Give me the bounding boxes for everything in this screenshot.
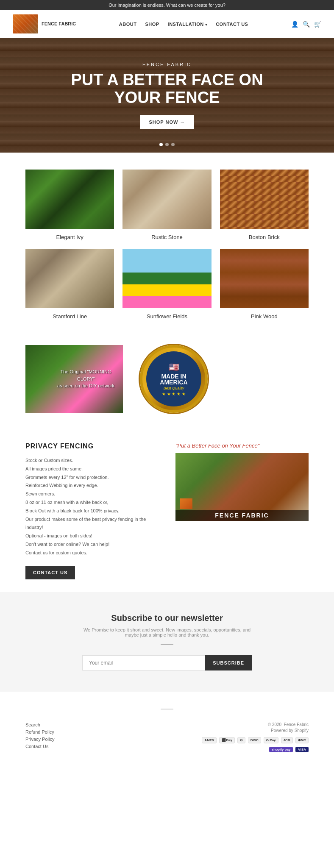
product-name-elegant-ivy: Elegant Ivy xyxy=(25,234,114,240)
nav-installation[interactable]: INSTALLATION xyxy=(168,22,208,27)
product-image-pink-wood xyxy=(220,249,309,308)
product-name-rustic-stone: Rustic Stone xyxy=(122,234,211,240)
morning-glory-image: The Original "MORNING GLORY" as seen on … xyxy=(25,345,123,413)
product-pink-wood[interactable]: Pink Wood xyxy=(220,249,309,320)
subscribe-button[interactable]: SUBSCRIBE xyxy=(205,655,252,670)
product-image-boston-brick xyxy=(220,170,309,229)
privacy-title: PRIVACY FENCING xyxy=(25,442,159,450)
fence-fabric-image: FENCE FABRIC xyxy=(175,453,309,521)
privacy-features: Stock or Custom sizes. All images priced… xyxy=(25,456,159,557)
fence-fabric-brand-label: FENCE FABRIC xyxy=(175,510,309,521)
hero-dot-2[interactable] xyxy=(165,143,169,146)
payment-amex: AMEX xyxy=(202,737,217,743)
privacy-feature-9: Optional - images on both sides! xyxy=(25,532,159,540)
logo-area: FENCE FABRIC xyxy=(13,14,76,33)
newsletter-subtitle: We Promise to keep it short and sweet. N… xyxy=(82,627,252,637)
logo-text: FENCE FABRIC xyxy=(42,21,76,27)
newsletter-section: Subscribe to our newsletter We Promise t… xyxy=(0,592,334,692)
footer: Search Refund Policy Privacy Policy Cont… xyxy=(0,692,334,764)
mia-quality: Best Quality xyxy=(164,386,184,390)
footer-content: Search Refund Policy Privacy Policy Cont… xyxy=(25,722,309,756)
privacy-left: PRIVACY FENCING Stock or Custom sizes. A… xyxy=(25,442,159,579)
morning-glory-line2: GLORY" xyxy=(57,376,114,383)
privacy-section: PRIVACY FENCING Stock or Custom sizes. A… xyxy=(0,430,334,592)
footer-link-privacy[interactable]: Privacy Policy xyxy=(25,737,54,742)
privacy-feature-2: All images priced the same. xyxy=(25,465,159,473)
product-boston-brick[interactable]: Boston Brick xyxy=(220,170,309,240)
footer-copyright: © 2020, Fence Fabric xyxy=(202,722,309,727)
nav-about[interactable]: ABOUT xyxy=(119,22,137,27)
footer-divider xyxy=(161,709,173,709)
product-name-sunflower-fields: Sunflower Fields xyxy=(122,313,211,320)
nav-contact[interactable]: CONTACT US xyxy=(216,22,248,27)
logo-image xyxy=(13,14,38,33)
user-icon[interactable]: 👤 xyxy=(291,21,298,28)
footer-powered: Powered by Shopify xyxy=(202,728,309,733)
privacy-feature-11: Contact us for custom quotes. xyxy=(25,549,159,557)
hero-title: PUT A BETTER FACE ON YOUR FENCE xyxy=(61,71,273,107)
payment-icons: AMEX ⬛Pay ⊙ DISC G Pay JCB ⊕MC xyxy=(202,737,309,743)
main-nav: ABOUT SHOP INSTALLATION CONTACT US xyxy=(119,22,248,27)
product-image-sunflower-fields xyxy=(122,249,211,308)
payment-discover: DISC xyxy=(248,737,261,743)
product-image-rustic-stone xyxy=(122,170,211,229)
footer-link-contact[interactable]: Contact Us xyxy=(25,744,54,749)
footer-right: © 2020, Fence Fabric Powered by Shopify … xyxy=(202,722,309,756)
morning-glory-line1: The Original "MORNING xyxy=(57,368,114,376)
newsletter-title: Subscribe to our newsletter xyxy=(25,613,309,623)
morning-glory-line3: as seen on the DIY network xyxy=(57,382,114,389)
feature-section: The Original "MORNING GLORY" as seen on … xyxy=(0,337,334,430)
payment-gpay: G Pay xyxy=(264,737,278,743)
top-banner: Our imagination is endless. What can we … xyxy=(0,0,334,10)
header: FENCE FABRIC ABOUT SHOP INSTALLATION CON… xyxy=(0,10,334,38)
search-icon[interactable]: 🔍 xyxy=(303,21,310,28)
footer-link-search[interactable]: Search xyxy=(25,722,54,727)
products-section: Elegant Ivy Rustic Stone Boston Brick St… xyxy=(0,153,334,337)
product-name-stamford-line: Stamford Line xyxy=(25,313,114,320)
made-in-america-badge: 🇺🇸 MADE INAMERICA Best Quality ★ ★ ★ ★ ★ xyxy=(140,345,208,413)
privacy-feature-10: Don't want to order online? We can help! xyxy=(25,540,159,549)
top-banner-text: Our imagination is endless. What can we … xyxy=(109,3,225,8)
payment-visa: VISA xyxy=(295,747,309,752)
product-image-elegant-ivy xyxy=(25,170,114,229)
newsletter-divider xyxy=(161,644,173,645)
newsletter-form: SUBSCRIBE xyxy=(82,655,252,670)
privacy-feature-1: Stock or Custom sizes. xyxy=(25,456,159,465)
privacy-feature-5: Sewn corners. xyxy=(25,490,159,498)
morning-glory-text: The Original "MORNING GLORY" as seen on … xyxy=(57,368,114,389)
payment-diners: ⊙ xyxy=(237,737,245,743)
payment-applepay: ⬛Pay xyxy=(219,737,234,743)
shop-now-button[interactable]: SHOP NOW → xyxy=(140,115,195,129)
hero-dots xyxy=(159,143,175,146)
nav-icons: 👤 🔍 🛒 xyxy=(291,21,321,28)
hero-subtitle: FENCE FABRIC xyxy=(142,62,192,67)
product-elegant-ivy[interactable]: Elegant Ivy xyxy=(25,170,114,240)
privacy-quote: "Put a Better Face on Your Fence" xyxy=(175,442,309,449)
contact-us-button[interactable]: CONTACT US xyxy=(25,566,75,579)
product-rustic-stone[interactable]: Rustic Stone xyxy=(122,170,211,240)
mia-stars: ★ ★ ★ ★ ★ xyxy=(162,392,186,396)
made-in-america-inner: 🇺🇸 MADE INAMERICA Best Quality ★ ★ ★ ★ ★ xyxy=(146,351,201,406)
payment-jcb: JCB xyxy=(281,737,293,743)
nav-shop[interactable]: SHOP xyxy=(145,22,159,27)
cart-icon[interactable]: 🛒 xyxy=(314,21,321,28)
privacy-right: "Put a Better Face on Your Fence" FENCE … xyxy=(175,442,309,579)
email-input[interactable] xyxy=(82,655,205,670)
payment-icons-row2: shopify pay VISA xyxy=(202,747,309,752)
privacy-feature-7: Block Out with a black back for 100% pri… xyxy=(25,507,159,515)
hero-dot-3[interactable] xyxy=(171,143,175,146)
footer-link-refund[interactable]: Refund Policy xyxy=(25,729,54,734)
payment-shopify-pay: shopify pay xyxy=(269,747,293,752)
fence-fabric-logo-small xyxy=(180,498,192,509)
hero-dot-1[interactable] xyxy=(159,143,163,146)
privacy-feature-6: 8 oz or 11 oz mesh with a white back or, xyxy=(25,498,159,507)
product-name-pink-wood: Pink Wood xyxy=(220,313,309,320)
privacy-feature-8: Our product makes some of the best priva… xyxy=(25,515,159,532)
product-sunflower-fields[interactable]: Sunflower Fields xyxy=(122,249,211,320)
privacy-feature-4: Reinforced Webbing in every edge. xyxy=(25,481,159,490)
product-name-boston-brick: Boston Brick xyxy=(220,234,309,240)
footer-links: Search Refund Policy Privacy Policy Cont… xyxy=(25,722,54,749)
products-grid: Elegant Ivy Rustic Stone Boston Brick St… xyxy=(25,170,309,320)
usa-flag-icon: 🇺🇸 xyxy=(169,362,179,372)
product-stamford-line[interactable]: Stamford Line xyxy=(25,249,114,320)
